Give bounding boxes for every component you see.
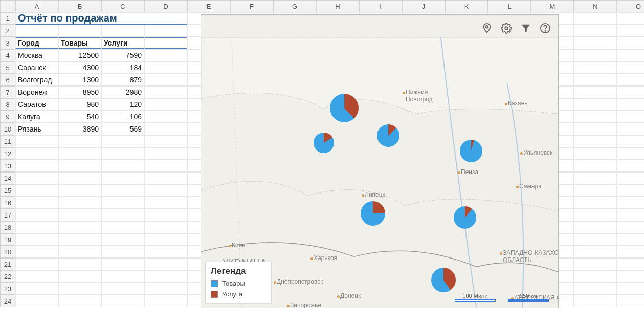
cell[interactable] — [574, 111, 617, 123]
cell[interactable] — [58, 283, 101, 295]
cell[interactable] — [617, 135, 644, 147]
cell[interactable] — [574, 270, 617, 283]
cell[interactable]: 2980 — [101, 86, 144, 98]
cell[interactable] — [574, 233, 617, 246]
column-header[interactable]: K — [445, 0, 488, 12]
cell[interactable] — [58, 246, 101, 258]
row-header[interactable]: 19 — [0, 233, 15, 246]
cell[interactable] — [617, 12, 644, 25]
cell[interactable] — [58, 233, 101, 246]
cell[interactable] — [617, 246, 644, 258]
cell[interactable] — [144, 160, 187, 172]
cell[interactable]: 3890 — [58, 123, 101, 135]
cell[interactable]: Волгоград — [15, 74, 58, 86]
cell[interactable] — [58, 258, 101, 270]
cell[interactable] — [144, 221, 187, 233]
cell[interactable] — [144, 172, 187, 184]
cell[interactable] — [617, 283, 644, 295]
cell[interactable] — [15, 233, 58, 246]
cell[interactable] — [144, 74, 187, 86]
cell[interactable] — [574, 74, 617, 86]
cell[interactable] — [58, 135, 101, 147]
cell[interactable] — [101, 221, 144, 233]
cell[interactable] — [15, 283, 58, 295]
cell[interactable]: Город — [15, 37, 58, 49]
cell[interactable] — [144, 61, 187, 74]
cell[interactable] — [144, 283, 187, 295]
row-header[interactable]: 24 — [0, 295, 15, 307]
cell[interactable] — [15, 246, 58, 258]
cell[interactable] — [617, 184, 644, 197]
row-header[interactable]: 16 — [0, 197, 15, 209]
map-pie[interactable] — [460, 140, 482, 162]
cell[interactable] — [101, 283, 144, 295]
cell[interactable]: 8950 — [58, 86, 101, 98]
column-header[interactable]: I — [359, 0, 402, 12]
cell[interactable] — [617, 209, 644, 221]
cell[interactable]: 12500 — [58, 49, 101, 61]
column-header[interactable]: B — [58, 0, 101, 12]
cell[interactable] — [15, 135, 58, 147]
cell[interactable] — [15, 295, 58, 307]
cell[interactable] — [101, 147, 144, 160]
cell[interactable] — [617, 49, 644, 61]
cell[interactable] — [15, 221, 58, 233]
cell[interactable] — [15, 184, 58, 197]
cell[interactable] — [574, 172, 617, 184]
row-header[interactable]: 4 — [0, 49, 15, 61]
cell[interactable] — [58, 160, 101, 172]
column-header[interactable]: E — [187, 0, 230, 12]
cell[interactable] — [144, 98, 187, 111]
cell[interactable] — [144, 111, 187, 123]
row-header[interactable]: 21 — [0, 258, 15, 270]
cell[interactable] — [617, 147, 644, 160]
cell[interactable]: 980 — [58, 98, 101, 111]
cell[interactable] — [58, 197, 101, 209]
cell[interactable] — [617, 172, 644, 184]
cell[interactable] — [144, 37, 187, 49]
cell[interactable] — [574, 258, 617, 270]
cell[interactable] — [58, 295, 101, 307]
filter-icon[interactable] — [519, 22, 532, 35]
cell[interactable] — [58, 184, 101, 197]
cell[interactable] — [58, 25, 101, 37]
column-header[interactable]: F — [230, 0, 273, 12]
cell[interactable] — [58, 172, 101, 184]
cell[interactable] — [15, 209, 58, 221]
row-header[interactable]: 1 — [0, 12, 15, 25]
row-header[interactable]: 13 — [0, 160, 15, 172]
map-pie[interactable] — [361, 201, 385, 226]
cell[interactable] — [144, 246, 187, 258]
map-panel[interactable]: − + УКРАИНА НижнийНовгородКазаньУльяновс… — [201, 14, 559, 307]
cell[interactable] — [15, 197, 58, 209]
cell[interactable] — [144, 147, 187, 160]
cell[interactable]: 4300 — [58, 61, 101, 74]
cell[interactable] — [15, 172, 58, 184]
cell[interactable] — [617, 74, 644, 86]
cell[interactable] — [101, 160, 144, 172]
column-header[interactable]: L — [488, 0, 531, 12]
row-header[interactable]: 8 — [0, 98, 15, 111]
cell[interactable]: Воронеж — [15, 86, 58, 98]
row-header[interactable]: 14 — [0, 172, 15, 184]
cell[interactable] — [617, 197, 644, 209]
cell[interactable] — [617, 233, 644, 246]
cell[interactable]: 106 — [101, 111, 144, 123]
cell[interactable] — [144, 86, 187, 98]
cell[interactable]: Услуги — [101, 37, 144, 49]
column-header[interactable]: C — [101, 0, 144, 12]
cell[interactable] — [617, 221, 644, 233]
report-title[interactable]: Отчёт по продажам — [15, 12, 187, 25]
cell[interactable] — [574, 135, 617, 147]
cell[interactable] — [101, 246, 144, 258]
cell[interactable] — [617, 160, 644, 172]
cell[interactable] — [574, 221, 617, 233]
row-header[interactable]: 12 — [0, 147, 15, 160]
cell[interactable] — [144, 135, 187, 147]
column-header[interactable]: M — [531, 0, 574, 12]
cell[interactable] — [101, 25, 144, 37]
cell[interactable] — [144, 49, 187, 61]
cell[interactable] — [574, 246, 617, 258]
map-pie[interactable] — [314, 133, 334, 153]
cell[interactable]: Москва — [15, 49, 58, 61]
